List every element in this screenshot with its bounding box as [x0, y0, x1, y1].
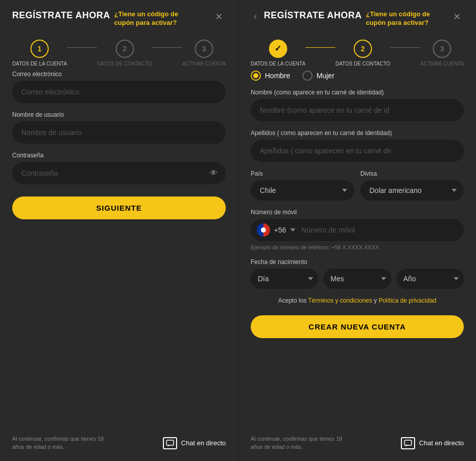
right-step-1-label: Datos de la cuenta	[251, 61, 305, 67]
right-divisa-select[interactable]: Dolar americano	[360, 180, 464, 201]
right-pais-label: País	[251, 170, 354, 177]
svg-rect-1	[404, 440, 412, 445]
right-apellidos-group: Apellidos ( como aparecen en tu carné de…	[251, 129, 464, 162]
right-pais-group: País Chile	[251, 170, 354, 201]
left-title: REGÍSTRATE AHORA	[12, 10, 110, 21]
left-step-2-label: Datos de contacto	[97, 61, 152, 67]
right-dob-label: Fecha de nacimiento	[251, 258, 464, 266]
right-submit-button[interactable]: CREAR NUEVA CUENTA	[251, 315, 464, 338]
right-form: Nombre (como aparece en tu carné de iden…	[251, 89, 464, 427]
right-phone-dropdown-icon[interactable]	[290, 228, 295, 232]
left-chat-icon	[163, 437, 177, 449]
right-close-button[interactable]: ✕	[450, 10, 464, 23]
left-username-input[interactable]	[12, 121, 226, 144]
right-header: ‹ REGÍSTRATE AHORA ¿Tiene un código de c…	[251, 10, 464, 27]
left-step-1-circle: 1	[30, 40, 49, 58]
left-step-line-2	[152, 47, 183, 48]
left-step-2: 2 Datos de contacto	[97, 40, 152, 67]
left-step-2-circle: 2	[116, 40, 134, 58]
right-header-left: ‹ REGÍSTRATE AHORA ¿Tiene un código de c…	[251, 10, 447, 27]
right-country-currency-row: País Chile Divisa Dolar americano	[251, 170, 464, 201]
left-username-group: Nombre de usuario	[12, 111, 226, 144]
right-chat-label: Chat en directo	[419, 439, 464, 447]
left-close-button[interactable]: ✕	[212, 10, 226, 23]
right-phone-example: Ejemplo de número de teléfono: +56 X XXX…	[251, 244, 464, 250]
right-male-label: Hombre	[265, 72, 290, 80]
right-day-select[interactable]: Día	[251, 269, 318, 289]
right-nombre-group: Nombre (como aparece en tu carné de iden…	[251, 89, 464, 121]
left-panel: REGÍSTRATE AHORA ¿Tiene un código de cup…	[0, 0, 238, 461]
left-email-group: Correo electrónico	[12, 71, 226, 103]
left-password-wrapper: 👁	[12, 162, 226, 184]
right-apellidos-label: Apellidos ( como aparecen en tu carné de…	[251, 129, 464, 137]
left-email-input[interactable]	[12, 81, 226, 103]
right-female-label: Mujer	[317, 72, 334, 80]
left-step-line-1	[67, 47, 97, 48]
right-coupon-link[interactable]: ¿Tiene un código de cupón para activar?	[366, 10, 447, 27]
right-gender-group: Hombre Mujer	[251, 71, 464, 81]
right-step-line-1	[305, 47, 335, 48]
left-coupon-link[interactable]: ¿Tiene un código de cupón para activar?	[114, 10, 195, 27]
right-step-2-label: Datos de contacto	[335, 61, 390, 67]
svg-rect-0	[166, 440, 174, 445]
right-nombre-input[interactable]	[251, 99, 464, 121]
right-step-2: 2 Datos de contacto	[335, 40, 390, 67]
right-pais-select[interactable]: Chile	[251, 180, 354, 201]
left-password-input[interactable]	[12, 162, 226, 184]
left-footer: Al continuar, confirmas que tienes 18 añ…	[12, 427, 226, 451]
left-step-3-circle: 3	[195, 40, 213, 58]
right-female-radio[interactable]	[302, 71, 313, 81]
right-step-line-2	[390, 47, 420, 48]
right-terms-link2[interactable]: Política de privacidad	[379, 297, 436, 304]
left-password-label: Contraseña	[12, 152, 226, 159]
left-chat-button[interactable]: Chat en directo	[163, 437, 226, 449]
right-gender-female[interactable]: Mujer	[302, 71, 334, 81]
left-email-label: Correo electrónico	[12, 71, 226, 78]
left-step-1-label: Datos de la cuenta	[12, 61, 67, 67]
right-title: REGÍSTRATE AHORA	[264, 10, 362, 21]
right-phone-row: +56	[251, 219, 464, 241]
right-chat-icon	[401, 437, 415, 449]
right-nombre-label: Nombre (como aparece en tu carné de iden…	[251, 89, 464, 96]
right-chile-flag-icon	[257, 223, 270, 237]
right-phone-label: Número de móvil	[251, 209, 464, 216]
right-chat-button[interactable]: Chat en directo	[401, 437, 464, 449]
left-password-group: Contraseña 👁	[12, 152, 226, 184]
right-apellidos-input[interactable]	[251, 140, 464, 162]
right-step-3-label: ACTIVAR CUENTA	[420, 61, 464, 67]
left-username-label: Nombre de usuario	[12, 111, 226, 118]
right-male-radio-dot	[253, 73, 258, 78]
right-step-1-check: ✓	[275, 44, 281, 53]
right-step-1: ✓ Datos de la cuenta	[251, 40, 305, 67]
right-terms-prefix: Acepto los	[278, 297, 308, 304]
right-year-select[interactable]: Año	[396, 269, 464, 289]
right-gender-male[interactable]: Hombre	[251, 71, 290, 81]
right-terms-link1[interactable]: Términos y condiciones	[308, 297, 372, 304]
right-back-button[interactable]: ‹	[251, 10, 260, 23]
left-header: REGÍSTRATE AHORA ¿Tiene un código de cup…	[12, 10, 226, 27]
left-chat-label: Chat en directo	[181, 439, 226, 447]
left-step-1: 1 Datos de la cuenta	[12, 40, 67, 67]
right-month-select[interactable]: Mes	[323, 269, 391, 289]
left-step-3: 3 ACTIVAR CUENTA	[182, 40, 226, 67]
right-date-row: Día Mes Año	[251, 269, 464, 289]
right-stepper: ✓ Datos de la cuenta 2 Datos de contacto…	[251, 40, 464, 67]
right-male-radio[interactable]	[251, 71, 261, 81]
right-phone-input[interactable]	[299, 221, 458, 239]
right-step-2-circle: 2	[354, 40, 372, 58]
left-password-eye-icon[interactable]: 👁	[210, 169, 218, 178]
right-terms-and: y	[372, 297, 379, 304]
right-step-3: 3 ACTIVAR CUENTA	[420, 40, 464, 67]
left-disclaimer: Al continuar, confirmas que tienes 18 añ…	[12, 435, 114, 451]
right-footer: Al continuar, confirmas que tienes 18 añ…	[251, 427, 464, 451]
right-step-1-circle: ✓	[269, 40, 287, 58]
right-divisa-group: Divisa Dolar americano	[360, 170, 464, 201]
left-form: Correo electrónico Nombre de usuario Con…	[12, 71, 226, 427]
right-phone-group: Número de móvil +56 Ejemplo de número de…	[251, 209, 464, 250]
left-stepper: 1 Datos de la cuenta 2 Datos de contacto…	[12, 40, 226, 67]
left-next-button[interactable]: SIGUIENTE	[12, 196, 226, 219]
right-panel: ‹ REGÍSTRATE AHORA ¿Tiene un código de c…	[238, 0, 476, 461]
right-disclaimer: Al continuar, confirmas que tienes 18 añ…	[251, 435, 352, 451]
right-step-3-circle: 3	[433, 40, 451, 58]
right-dob-group: Fecha de nacimiento Día Mes Año	[251, 258, 464, 289]
